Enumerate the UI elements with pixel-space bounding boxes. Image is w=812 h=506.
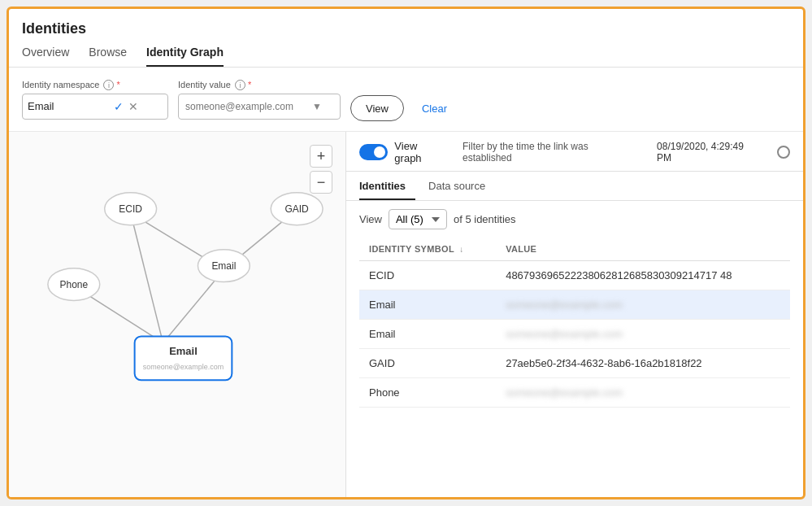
value-input-group: ▼ <box>178 94 341 120</box>
panel-tab-datasource[interactable]: Data source <box>428 172 495 200</box>
view-button[interactable]: View <box>350 95 404 121</box>
cell-symbol: Phone <box>359 378 496 408</box>
cell-value: someone@example.com <box>496 320 790 349</box>
identity-table: IDENTITY SYMBOL ↓ VALUE ECID486793696522… <box>346 238 803 497</box>
cell-value: someone@example.com <box>496 378 790 408</box>
count-text: of 5 identities <box>454 213 516 225</box>
table-header-row: IDENTITY SYMBOL ↓ VALUE <box>359 238 790 261</box>
value-info-icon[interactable]: i <box>235 80 245 90</box>
table-row[interactable]: Emailsomeone@example.com <box>359 290 790 320</box>
svg-text:someone@example.com: someone@example.com <box>143 363 224 371</box>
view-graph-toggle[interactable] <box>359 144 388 160</box>
nav-tabs: Overview Browse Identity Graph <box>22 46 790 67</box>
cell-symbol: Email <box>359 290 496 320</box>
chevron-down-icon: ▼ <box>312 101 322 112</box>
time-slider-dot[interactable] <box>777 146 790 159</box>
page-header: Identities Overview Browse Identity Grap… <box>9 9 803 68</box>
namespace-label: Identity namespace i * <box>22 80 168 90</box>
col-value: VALUE <box>496 238 790 261</box>
tab-browse[interactable]: Browse <box>89 46 127 67</box>
table-row[interactable]: ECID486793696522238062812685830309214717… <box>359 261 790 290</box>
cell-symbol: ECID <box>359 261 496 290</box>
cell-symbol: GAID <box>359 349 496 378</box>
namespace-filter-group: Identity namespace i * ✓ ✕ <box>22 80 168 120</box>
panel-tab-identities[interactable]: Identities <box>359 172 415 200</box>
filter-date: 08/19/2020, 4:29:49 PM <box>657 141 759 164</box>
page-title: Identities <box>22 20 790 37</box>
view-label: View <box>359 213 382 225</box>
svg-line-0 <box>131 213 163 343</box>
tab-overview[interactable]: Overview <box>22 46 69 67</box>
main-content: + − ECID GAID Email <box>9 132 803 497</box>
value-label: Identity value i * <box>178 80 341 90</box>
cell-value: 27aeb5e0-2f34-4632-8ab6-16a2b1818f22 <box>496 349 790 378</box>
svg-rect-13 <box>135 336 232 380</box>
filter-bar: Identity namespace i * ✓ ✕ Identity valu… <box>9 68 803 132</box>
svg-text:Email: Email <box>169 345 198 357</box>
toggle-label: View graph <box>394 140 446 164</box>
table-controls: View All (5) of 5 identities <box>346 201 803 238</box>
zoom-in-button[interactable]: + <box>310 145 332 168</box>
zoom-controls: + − <box>310 145 332 194</box>
filter-time-text: Filter by the time the link was establis… <box>462 141 637 164</box>
app-container: Identities Overview Browse Identity Grap… <box>7 7 805 499</box>
value-filter-group: Identity value i * ▼ <box>178 80 341 120</box>
cell-symbol: Email <box>359 320 496 349</box>
clear-namespace-icon[interactable]: ✕ <box>128 100 138 113</box>
table-row[interactable]: Emailsomeone@example.com <box>359 320 790 349</box>
namespace-info-icon[interactable]: i <box>103 80 114 90</box>
graph-svg: ECID GAID Email Phone Email someone@exam… <box>9 132 345 497</box>
check-icon[interactable]: ✓ <box>114 100 124 113</box>
svg-text:Phone: Phone <box>60 279 89 290</box>
panel-tabs: Identities Data source <box>346 172 803 201</box>
cell-value: someone@example.com <box>496 290 790 320</box>
cell-value: 486793696522238062812685830309214717 48 <box>496 261 790 290</box>
value-input[interactable] <box>185 101 307 112</box>
svg-text:ECID: ECID <box>119 203 142 215</box>
zoom-out-button[interactable]: − <box>310 171 332 194</box>
col-symbol: IDENTITY SYMBOL ↓ <box>359 238 496 261</box>
right-panel: View graph Filter by the time the link w… <box>346 132 803 497</box>
toggle-group: View graph <box>359 140 446 164</box>
clear-button[interactable]: Clear <box>414 95 455 121</box>
namespace-input[interactable] <box>28 100 109 112</box>
sort-icon[interactable]: ↓ <box>459 245 463 254</box>
svg-text:Email: Email <box>211 260 236 272</box>
graph-area: + − ECID GAID Email <box>9 132 346 497</box>
view-select[interactable]: All (5) <box>389 209 447 229</box>
namespace-input-group: ✓ ✕ <box>22 94 168 120</box>
svg-text:GAID: GAID <box>285 203 310 215</box>
panel-header-line: View graph Filter by the time the link w… <box>346 132 803 172</box>
table-row[interactable]: GAID27aeb5e0-2f34-4632-8ab6-16a2b1818f22 <box>359 349 790 378</box>
tab-identity-graph[interactable]: Identity Graph <box>146 46 224 67</box>
table-row[interactable]: Phonesomeone@example.com <box>359 378 790 408</box>
